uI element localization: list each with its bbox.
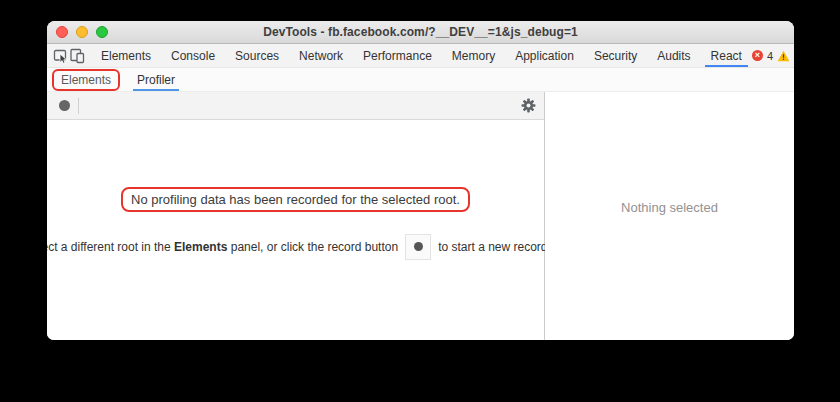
react-profiler-content: No profiling data has been recorded for … (47, 92, 794, 340)
instruction-text: Select a different root in the (47, 240, 174, 254)
profiler-empty-state: No profiling data has been recorded for … (47, 120, 544, 340)
toolbar-separator (78, 98, 79, 114)
devtools-tabbar: Elements Console Sources Network Perform… (47, 44, 794, 68)
tab-label: Security (594, 49, 637, 63)
window-title: DevTools - fb.facebook.com/?__DEV__=1&js… (47, 25, 794, 39)
device-toolbar-icon (69, 48, 85, 64)
tab-security[interactable]: Security (584, 44, 647, 67)
details-panel: Nothing selected (545, 92, 794, 340)
instruction-bold-elements: Elements (174, 240, 227, 254)
tab-label: React (711, 49, 742, 63)
settings-gear-icon[interactable] (521, 98, 536, 113)
tab-react[interactable]: React (701, 44, 752, 67)
react-subtabs: Elements Profiler (47, 68, 794, 92)
tab-label: Memory (452, 49, 495, 63)
profiler-toolbar (47, 92, 544, 120)
tab-console[interactable]: Console (161, 44, 225, 67)
console-badges[interactable]: × 4 4 (752, 44, 794, 67)
subtab-profiler[interactable]: Profiler (128, 68, 184, 91)
error-icon: × (752, 50, 763, 61)
nothing-selected-text: Nothing selected (621, 200, 718, 215)
active-tab-underline (705, 65, 748, 67)
warning-icon (777, 50, 790, 62)
titlebar: DevTools - fb.facebook.com/?__DEV__=1&js… (47, 21, 794, 44)
tab-network[interactable]: Network (289, 44, 353, 67)
record-button[interactable] (59, 100, 70, 111)
tab-label: Console (171, 49, 215, 63)
tab-label: Elements (101, 49, 151, 63)
tab-label: Network (299, 49, 343, 63)
tab-label: Application (515, 49, 574, 63)
instruction-text: panel, or click the record button (227, 240, 398, 254)
profiler-instruction: Select a different root in the Elements … (47, 234, 567, 260)
tab-sources[interactable]: Sources (225, 44, 289, 67)
tab-label: Performance (363, 49, 432, 63)
active-subtab-underline (133, 89, 179, 91)
tab-audits[interactable]: Audits (647, 44, 700, 67)
tab-label: Audits (657, 49, 690, 63)
tab-application[interactable]: Application (505, 44, 584, 67)
subtab-label: Elements (61, 73, 111, 87)
subtab-label: Profiler (137, 73, 175, 87)
toggle-device-toolbar-button[interactable] (69, 44, 85, 67)
empty-message-annotated: No profiling data has been recorded for … (121, 187, 470, 212)
tab-label: Sources (235, 49, 279, 63)
inspect-cursor-icon (53, 48, 69, 64)
error-count: 4 (767, 50, 773, 62)
tab-memory[interactable]: Memory (442, 44, 505, 67)
devtools-window: DevTools - fb.facebook.com/?__DEV__=1&js… (47, 21, 794, 340)
tab-elements[interactable]: Elements (91, 44, 161, 67)
inline-record-button[interactable] (405, 234, 431, 260)
profiler-left-panel: No profiling data has been recorded for … (47, 92, 545, 340)
elements-subtab-annotation: Elements (52, 69, 120, 91)
inspect-element-button[interactable] (53, 44, 69, 67)
record-dot-icon (414, 242, 423, 251)
tab-performance[interactable]: Performance (353, 44, 442, 67)
subtab-elements[interactable]: Elements (54, 71, 118, 89)
